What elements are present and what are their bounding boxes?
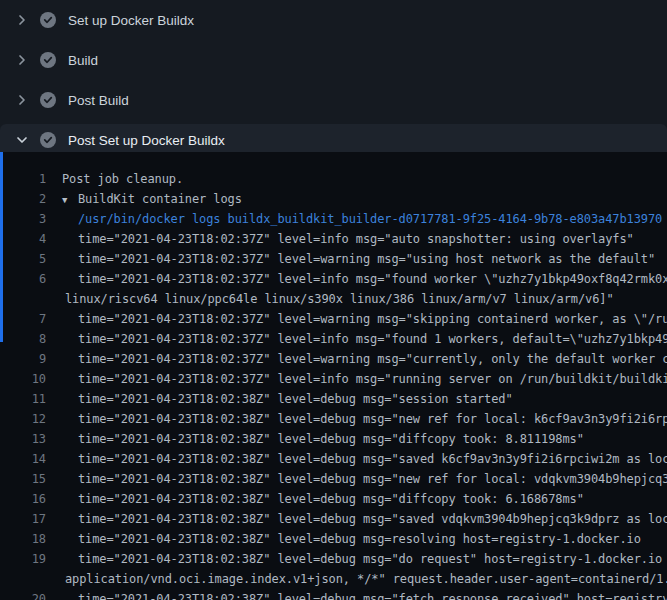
- log-line: 9time="2021-04-23T18:02:37Z" level=warni…: [0, 349, 667, 369]
- step-row-set-up-docker-buildx[interactable]: Set up Docker Buildx: [0, 0, 667, 40]
- line-number[interactable]: 6: [0, 269, 46, 289]
- log-text: time="2021-04-23T18:02:38Z" level=debug …: [46, 469, 667, 489]
- log-line: 16time="2021-04-23T18:02:38Z" level=debu…: [0, 489, 667, 509]
- log-line: 5time="2021-04-23T18:02:37Z" level=warni…: [0, 249, 667, 269]
- group-collapse-toggle-icon[interactable]: ▼: [62, 190, 78, 209]
- log-line-wrap: linux/riscv64 linux/ppc64le linux/s390x …: [0, 289, 667, 309]
- log-group-label[interactable]: BuildKit container logs: [78, 192, 242, 206]
- check-circle-icon: [40, 132, 56, 148]
- log-line: 12time="2021-04-23T18:02:38Z" level=debu…: [0, 409, 667, 429]
- line-number[interactable]: 20: [0, 589, 46, 600]
- line-number[interactable]: 8: [0, 329, 46, 349]
- log-text: time="2021-04-23T18:02:37Z" level=warnin…: [46, 309, 667, 329]
- command-text: /usr/bin/docker logs buildx_buildkit_bui…: [46, 209, 662, 229]
- line-number[interactable]: 17: [0, 509, 46, 529]
- chevron-right-icon: [14, 52, 30, 68]
- log-text: time="2021-04-23T18:02:38Z" level=debug …: [46, 509, 667, 529]
- log-line: 18time="2021-04-23T18:02:38Z" level=debu…: [0, 529, 667, 549]
- log-text: time="2021-04-23T18:02:37Z" level=info m…: [46, 369, 667, 389]
- step-row-build[interactable]: Build: [0, 40, 667, 80]
- log-lines: 1Post job cleanup.2▼BuildKit container l…: [0, 169, 667, 600]
- log-text: time="2021-04-23T18:02:37Z" level=warnin…: [46, 249, 655, 269]
- check-circle-icon: [40, 52, 56, 68]
- focused-step-accent-bar: [0, 152, 3, 342]
- line-number[interactable]: 10: [0, 369, 46, 389]
- log-text: time="2021-04-23T18:02:38Z" level=debug …: [46, 589, 667, 600]
- line-number: [0, 569, 46, 589]
- chevron-right-icon: [14, 12, 30, 28]
- log-text: time="2021-04-23T18:02:38Z" level=debug …: [46, 489, 584, 509]
- chevron-right-icon: [14, 92, 30, 108]
- log-line: 14time="2021-04-23T18:02:38Z" level=debu…: [0, 449, 667, 469]
- log-text: time="2021-04-23T18:02:38Z" level=debug …: [46, 449, 667, 469]
- line-number[interactable]: 4: [0, 229, 46, 249]
- log-text: time="2021-04-23T18:02:38Z" level=debug …: [46, 549, 667, 569]
- step-title: Post Build: [68, 93, 129, 108]
- line-number[interactable]: 12: [0, 409, 46, 429]
- line-number[interactable]: 16: [0, 489, 46, 509]
- check-circle-icon: [40, 12, 56, 28]
- log-area: 1Post job cleanup.2▼BuildKit container l…: [0, 152, 667, 600]
- step-title: Set up Docker Buildx: [68, 13, 194, 28]
- log-line: 4time="2021-04-23T18:02:37Z" level=info …: [0, 229, 667, 249]
- log-line: 17time="2021-04-23T18:02:38Z" level=debu…: [0, 509, 667, 529]
- line-number[interactable]: 11: [0, 389, 46, 409]
- log-line: 10time="2021-04-23T18:02:37Z" level=info…: [0, 369, 667, 389]
- log-text: time="2021-04-23T18:02:38Z" level=debug …: [46, 529, 641, 549]
- log-text: Post job cleanup.: [46, 169, 183, 189]
- line-number[interactable]: 5: [0, 249, 46, 269]
- log-text: time="2021-04-23T18:02:37Z" level=info m…: [46, 269, 667, 289]
- log-text: time="2021-04-23T18:02:38Z" level=debug …: [46, 429, 584, 449]
- log-line: 13time="2021-04-23T18:02:38Z" level=debu…: [0, 429, 667, 449]
- step-title: Post Set up Docker Buildx: [68, 133, 225, 148]
- log-line: 1Post job cleanup.: [0, 169, 667, 189]
- log-line: 15time="2021-04-23T18:02:38Z" level=debu…: [0, 469, 667, 489]
- check-circle-icon: [40, 92, 56, 108]
- log-text: time="2021-04-23T18:02:37Z" level=info m…: [46, 329, 667, 349]
- line-number[interactable]: 13: [0, 429, 46, 449]
- step-title: Build: [68, 53, 98, 68]
- log-text: application/vnd.oci.image.index.v1+json,…: [46, 569, 667, 589]
- log-group-header[interactable]: ▼BuildKit container logs: [46, 189, 242, 209]
- log-line: 8time="2021-04-23T18:02:37Z" level=info …: [0, 329, 667, 349]
- line-number[interactable]: 18: [0, 529, 46, 549]
- log-line: 20time="2021-04-23T18:02:38Z" level=debu…: [0, 589, 667, 600]
- log-line-wrap: application/vnd.oci.image.index.v1+json,…: [0, 569, 667, 589]
- log-text: linux/riscv64 linux/ppc64le linux/s390x …: [46, 289, 614, 309]
- line-number[interactable]: 14: [0, 449, 46, 469]
- log-line: 19time="2021-04-23T18:02:38Z" level=debu…: [0, 549, 667, 569]
- log-line: 3/usr/bin/docker logs buildx_buildkit_bu…: [0, 209, 667, 229]
- line-number[interactable]: 15: [0, 469, 46, 489]
- line-number[interactable]: 19: [0, 549, 46, 569]
- chevron-down-icon: [14, 132, 30, 148]
- line-number[interactable]: 9: [0, 349, 46, 369]
- log-text: time="2021-04-23T18:02:38Z" level=debug …: [46, 389, 513, 409]
- steps-list: Set up Docker BuildxBuildPost BuildPost …: [0, 0, 667, 156]
- log-line: 11time="2021-04-23T18:02:38Z" level=debu…: [0, 389, 667, 409]
- log-text: time="2021-04-23T18:02:37Z" level=info m…: [46, 229, 634, 249]
- log-line: 7time="2021-04-23T18:02:37Z" level=warni…: [0, 309, 667, 329]
- log-text: time="2021-04-23T18:02:38Z" level=debug …: [46, 409, 667, 429]
- log-text: time="2021-04-23T18:02:37Z" level=warnin…: [46, 349, 667, 369]
- line-number[interactable]: 7: [0, 309, 46, 329]
- step-row-post-build[interactable]: Post Build: [0, 80, 667, 120]
- log-line: 6time="2021-04-23T18:02:37Z" level=info …: [0, 269, 667, 289]
- log-line: 2▼BuildKit container logs: [0, 189, 667, 209]
- line-number: [0, 289, 46, 309]
- line-number[interactable]: 3: [0, 209, 46, 229]
- line-number[interactable]: 1: [0, 169, 46, 189]
- line-number[interactable]: 2: [0, 189, 46, 209]
